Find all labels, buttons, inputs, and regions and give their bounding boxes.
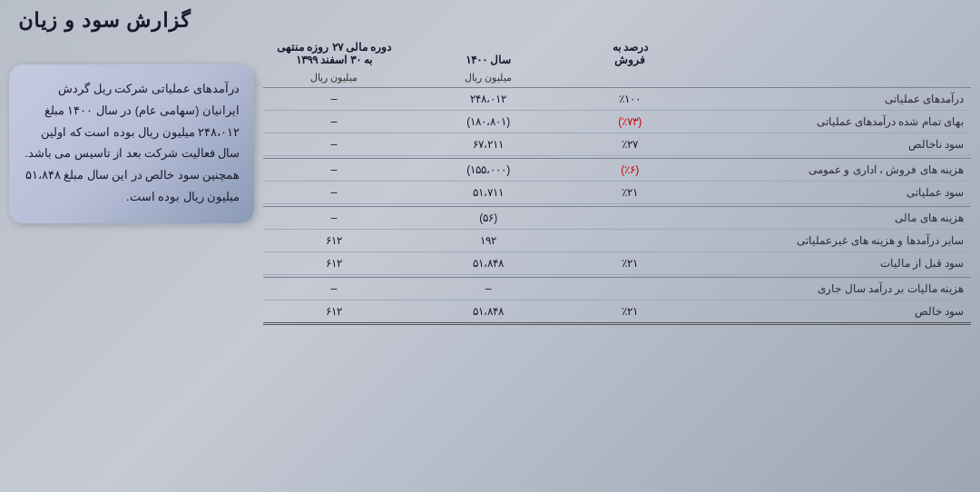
row-pct <box>572 230 688 252</box>
pct-col-header: درصد به فروش <box>572 37 688 68</box>
table-row: هزینه مالیات بر درآمد سال جاری–– <box>263 278 971 300</box>
row-label: سایر درآمدها و هزینه های غیرعملیاتی <box>688 230 971 252</box>
row-pct <box>572 207 688 230</box>
table-row: سود ناخالص٪۲۷۶۷،۲۱۱– <box>263 133 971 156</box>
report-table: درصد به فروش سال ۱۴۰۰ دوره مالی ۲۷ روزه … <box>263 37 971 325</box>
table-row: سود عملیاتی٪۲۱۵۱،۷۱۱– <box>263 182 971 204</box>
header: گزارش سود و زیان <box>0 0 980 37</box>
row-pct: ٪۱۰۰ <box>572 88 688 111</box>
row-val-1400: ۲۴۸،۰۱۲ <box>405 88 572 111</box>
row-val-1399: ۶۱۲ <box>263 252 405 275</box>
row-val-1399: – <box>263 88 405 111</box>
row-val-1400: ۵۱،۷۱۱ <box>405 182 572 204</box>
year1400-unit: میلیون ریال <box>405 68 572 88</box>
row-label: سود قبل از مالیات <box>688 252 971 275</box>
info-box-text: درآمدهای عملیاتی شرکت ریل گردش ایرانیان … <box>24 79 240 209</box>
row-val-1399: – <box>263 133 405 156</box>
row-pct: ٪۲۱ <box>572 182 688 204</box>
row-val-1400: ۶۷،۲۱۱ <box>405 133 572 156</box>
unit-row: میلیون ریال میلیون ریال <box>263 68 971 88</box>
row-val-1400: (۱۵۵،۰۰۰) <box>405 159 572 182</box>
row-label: سود عملیاتی <box>688 182 971 204</box>
row-label: هزینه های فروش ، اداری و عمومی <box>688 159 971 182</box>
page-title: گزارش سود و زیان <box>18 9 191 33</box>
row-pct: ٪۲۱ <box>572 252 688 275</box>
row-pct: (٪۷۳) <box>572 111 688 133</box>
year1399-unit: میلیون ریال <box>263 68 405 88</box>
row-pct: ٪۲۱ <box>572 300 688 324</box>
row-pct <box>572 278 688 300</box>
pct-unit <box>572 68 688 88</box>
table-body: درآمدهای عملیاتی٪۱۰۰۲۴۸،۰۱۲–بهای تمام شد… <box>263 88 971 324</box>
table-section: درصد به فروش سال ۱۴۰۰ دوره مالی ۲۷ روزه … <box>263 37 971 483</box>
table-row: هزینه های فروش ، اداری و عمومی(٪۶)(۱۵۵،۰… <box>263 159 971 182</box>
label-unit <box>688 68 971 88</box>
row-val-1399: – <box>263 159 405 182</box>
year1400-col-header: سال ۱۴۰۰ <box>405 37 572 68</box>
row-val-1399: ۶۱۲ <box>263 230 405 252</box>
row-val-1400: (۱۸۰،۸۰۱) <box>405 111 572 133</box>
table-row: بهای تمام شده درآمدهای عملیاتی(٪۷۳)(۱۸۰،… <box>263 111 971 133</box>
table-row: سایر درآمدها و هزینه های غیرعملیاتی۱۹۲۶۱… <box>263 230 971 252</box>
table-row: درآمدهای عملیاتی٪۱۰۰۲۴۸،۰۱۲– <box>263 88 971 111</box>
row-val-1400: (۵۶) <box>405 207 572 230</box>
row-pct: ٪۲۷ <box>572 133 688 156</box>
row-label: بهای تمام شده درآمدهای عملیاتی <box>688 111 971 133</box>
row-label: هزینه مالیات بر درآمد سال جاری <box>688 278 971 300</box>
row-val-1400: ۵۱،۸۴۸ <box>405 300 572 324</box>
table-row: هزینه های مالی(۵۶)– <box>263 207 971 230</box>
row-label: درآمدهای عملیاتی <box>688 88 971 111</box>
content-area: درصد به فروش سال ۱۴۰۰ دوره مالی ۲۷ روزه … <box>0 37 980 492</box>
row-val-1400: ۵۱،۸۴۸ <box>405 252 572 275</box>
info-box: درآمدهای عملیاتی شرکت ریل گردش ایرانیان … <box>9 64 254 223</box>
row-pct: (٪۶) <box>572 159 688 182</box>
year1399-col-header: دوره مالی ۲۷ روزه منتهی به ۳۰ اسفند ۱۳۹۹ <box>263 37 405 68</box>
row-val-1399: – <box>263 111 405 133</box>
row-val-1399: – <box>263 182 405 204</box>
page-wrapper: گزارش سود و زیان درصد به فروش سال ۱۴۰۰ د… <box>0 0 980 492</box>
col-header-row: درصد به فروش سال ۱۴۰۰ دوره مالی ۲۷ روزه … <box>263 37 971 68</box>
row-val-1399: – <box>263 278 405 300</box>
row-label: هزینه های مالی <box>688 207 971 230</box>
table-row: سود قبل از مالیات٪۲۱۵۱،۸۴۸۶۱۲ <box>263 252 971 275</box>
row-val-1399: – <box>263 207 405 230</box>
row-val-1400: ۱۹۲ <box>405 230 572 252</box>
row-label: سود ناخالص <box>688 133 971 156</box>
row-val-1400: – <box>405 278 572 300</box>
row-label: سود خالص <box>688 300 971 324</box>
table-row: سود خالص٪۲۱۵۱،۸۴۸۶۱۲ <box>263 300 971 324</box>
label-col-header <box>688 37 971 68</box>
row-val-1399: ۶۱۲ <box>263 300 405 324</box>
